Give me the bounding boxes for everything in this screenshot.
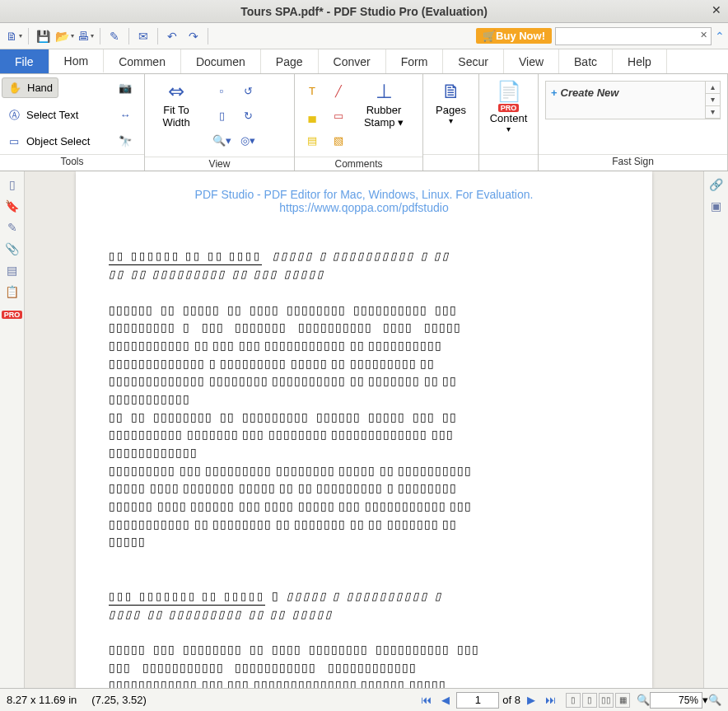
- edit-icon[interactable]: ✎: [105, 27, 124, 45]
- pages-panel-icon[interactable]: ▯: [9, 178, 16, 191]
- left-panel-strip: ▯ 🔖 ✎ 📎 ▤ 📋 PRO: [0, 171, 25, 688]
- tab-form[interactable]: Form: [386, 49, 444, 73]
- distance-icon: ↔: [118, 109, 133, 121]
- tab-page[interactable]: Page: [261, 49, 319, 73]
- create-new-button[interactable]: +Create New: [551, 87, 618, 99]
- attach-panel-icon[interactable]: 📎: [5, 242, 19, 255]
- link-panel-icon[interactable]: 🔗: [709, 178, 723, 191]
- actual-size-icon[interactable]: ▫: [209, 79, 234, 102]
- zoom-dropdown-button[interactable]: ▾: [702, 694, 708, 706]
- print-button[interactable]: 🖶: [77, 27, 95, 45]
- undo-button[interactable]: ↶: [163, 27, 181, 45]
- prev-page-button[interactable]: ◀: [438, 694, 453, 706]
- line-annot-icon[interactable]: ╱: [326, 79, 351, 102]
- layers-panel-icon[interactable]: ▤: [7, 264, 17, 277]
- window-title: Tours SPA.pdf* - PDF Studio Pro (Evaluat…: [240, 5, 488, 18]
- cursor-readout: (7.25, 3.52): [91, 694, 147, 706]
- tab-comment[interactable]: Commen: [104, 49, 181, 73]
- hand-icon: ✋: [7, 82, 22, 94]
- plus-icon: +: [551, 87, 558, 99]
- square-annot-icon[interactable]: ▭: [326, 104, 351, 127]
- binoculars-tool[interactable]: 🔭: [113, 132, 142, 151]
- object-select-tool[interactable]: ▭Object Select: [2, 132, 95, 151]
- note-annot-icon[interactable]: ▤: [300, 129, 324, 152]
- fit-width-icon: ⇔: [168, 79, 184, 104]
- rotate-ccw-icon[interactable]: ↺: [236, 79, 260, 102]
- window-titlebar: Tours SPA.pdf* - PDF Studio Pro (Evaluat…: [0, 0, 728, 23]
- save-button[interactable]: 💾: [34, 27, 52, 45]
- expand-icon[interactable]: ⌃: [715, 30, 725, 43]
- content-button[interactable]: 📄 PRO Content ▾: [481, 76, 536, 137]
- ribbon-group-view-label: View: [145, 157, 294, 171]
- facing-page-icon[interactable]: ▯▯: [599, 693, 614, 708]
- tab-batch[interactable]: Batc: [559, 49, 613, 73]
- fit-to-width-button[interactable]: ⇔ Fit To Width: [147, 76, 206, 132]
- snapshot-tool[interactable]: 📷: [113, 77, 142, 98]
- hand-tool[interactable]: ✋Hand: [2, 77, 58, 98]
- bookmark-panel-icon[interactable]: 🔖: [5, 199, 19, 213]
- sign-panel-icon[interactable]: ✎: [7, 221, 17, 234]
- text-annot-icon[interactable]: T: [300, 79, 324, 102]
- clipboard-panel-icon[interactable]: 📋: [5, 285, 19, 298]
- fastsign-scroll[interactable]: ▴▾▾: [705, 82, 720, 119]
- single-page-icon[interactable]: ▯: [566, 693, 581, 708]
- page-size-readout: 8.27 x 11.69 in: [7, 694, 77, 706]
- zoom-level-input[interactable]: 75%: [650, 692, 702, 709]
- distance-tool[interactable]: ↔: [113, 105, 142, 126]
- pages-icon: 🗎: [441, 79, 461, 104]
- evaluation-watermark: PDF Studio - PDF Editor for Mac, Windows…: [109, 188, 619, 214]
- redo-button[interactable]: ↷: [184, 27, 203, 45]
- ribbon: ✋Hand 📷 ⒶSelect Text ↔ ▭Object Select 🔭 …: [0, 74, 728, 171]
- cube-panel-icon[interactable]: ▣: [711, 199, 721, 213]
- zoom-in-button[interactable]: 🔍: [708, 694, 721, 706]
- annot-grid: T ╱ ▄ ▭ ▤ ▧: [296, 76, 354, 155]
- fit-page-icon[interactable]: ▯: [209, 104, 234, 127]
- binoculars-icon: 🔭: [118, 135, 133, 147]
- facing-continuous-icon[interactable]: ▦: [615, 693, 630, 708]
- tab-home[interactable]: Hom: [49, 49, 105, 73]
- next-page-button[interactable]: ▶: [524, 694, 539, 706]
- loupe-icon[interactable]: ◎▾: [236, 129, 260, 152]
- buy-now-button[interactable]: 🛒 Buy Now!: [476, 28, 552, 44]
- quick-access-toolbar: 🗎 💾 📂 🖶 ✎ ✉ ↶ ↷ 🛒 Buy Now! ✕ ⌃: [0, 23, 728, 49]
- close-icon[interactable]: ✕: [712, 3, 721, 16]
- first-page-button[interactable]: ⏮: [418, 694, 435, 706]
- tab-view[interactable]: View: [504, 49, 559, 73]
- zoom-out-button[interactable]: 🔍: [637, 694, 650, 706]
- document-viewport[interactable]: PDF Studio - PDF Editor for Mac, Windows…: [25, 171, 703, 688]
- tab-document[interactable]: Documen: [181, 49, 261, 73]
- page-navigator: ⏮ ◀ of 8 ▶ ⏭: [418, 692, 559, 709]
- status-bar: 8.27 x 11.69 in (7.25, 3.52) ⏮ ◀ of 8 ▶ …: [0, 688, 728, 711]
- tab-secure[interactable]: Secur: [443, 49, 504, 73]
- ribbon-group-comments-label: Comments: [295, 157, 422, 171]
- page-total-label: of 8: [502, 694, 520, 706]
- pro-badge: PRO: [498, 104, 520, 112]
- new-doc-button[interactable]: 🗎: [5, 27, 23, 45]
- open-button[interactable]: 📂: [55, 27, 73, 45]
- rotate-cw-icon[interactable]: ↻: [236, 104, 260, 127]
- ribbon-group-tools-label: Tools: [0, 154, 144, 171]
- pdf-page: PDF Studio - PDF Editor for Mac, Windows…: [76, 171, 652, 688]
- last-page-button[interactable]: ⏭: [542, 694, 559, 706]
- zoom-tool-icon[interactable]: 🔍▾: [209, 129, 234, 152]
- highlight-annot-icon[interactable]: ▄: [300, 104, 324, 127]
- rubber-stamp-button[interactable]: ⊥ Rubber Stamp ▾: [354, 76, 413, 132]
- continuous-page-icon[interactable]: ▯: [582, 693, 597, 708]
- mail-icon[interactable]: ✉: [134, 27, 152, 45]
- camera-icon: 📷: [118, 82, 133, 94]
- tab-help[interactable]: Help: [613, 49, 667, 73]
- fast-sign-panel: +Create New ▴▾▾: [545, 81, 721, 119]
- page-number-input[interactable]: [456, 692, 499, 709]
- area-annot-icon[interactable]: ▧: [326, 129, 351, 152]
- select-text-tool[interactable]: ⒶSelect Text: [2, 105, 83, 126]
- search-input[interactable]: ✕: [555, 27, 712, 45]
- pages-button[interactable]: 🗎 Pages ▾: [425, 76, 477, 129]
- tab-file[interactable]: File: [0, 49, 49, 73]
- stamp-icon: ⊥: [376, 79, 393, 104]
- view-buttons-grid: ▫ ↺ ▯ ↻ 🔍▾ ◎▾: [206, 76, 264, 155]
- text-select-icon: Ⓐ: [7, 108, 21, 123]
- view-mode-icons: ▯ ▯ ▯▯ ▦: [566, 693, 630, 708]
- clear-search-icon[interactable]: ✕: [700, 30, 707, 40]
- pro-panel-icon[interactable]: PRO: [2, 306, 23, 320]
- tab-convert[interactable]: Conver: [319, 49, 386, 73]
